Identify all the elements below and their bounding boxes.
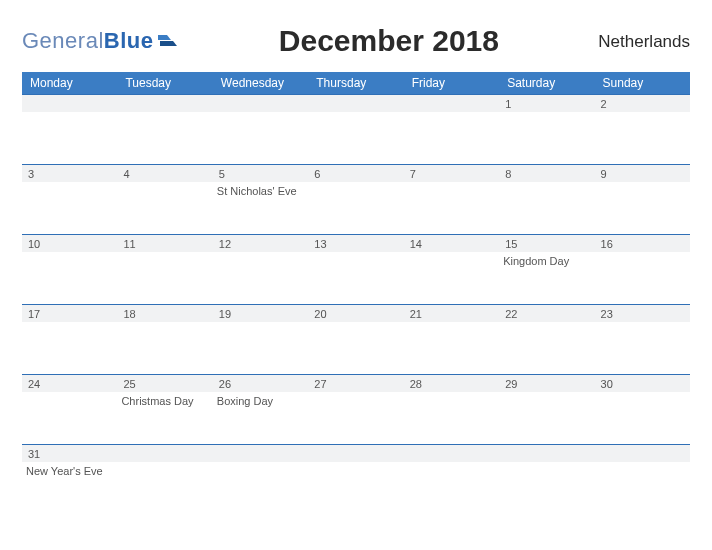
- week-events: Kingdom Day: [22, 252, 690, 304]
- day-event: [499, 112, 594, 164]
- day-event: [117, 182, 212, 234]
- day-event: [22, 182, 117, 234]
- day-number: 17: [22, 308, 117, 320]
- day-event: Kingdom Day: [499, 252, 594, 304]
- day-number: 1: [499, 98, 594, 110]
- day-event: [404, 462, 499, 496]
- day-number: 5: [213, 168, 308, 180]
- day-number: 22: [499, 308, 594, 320]
- day-number: 12: [213, 238, 308, 250]
- day-event: [404, 322, 499, 374]
- weekday-label: Wednesday: [213, 76, 308, 90]
- day-number: 25: [117, 378, 212, 390]
- day-number: 31: [22, 448, 117, 460]
- day-number: 23: [595, 308, 690, 320]
- week-events: [22, 112, 690, 164]
- day-number: 16: [595, 238, 690, 250]
- brand-logo: GeneralBlue: [22, 18, 179, 54]
- day-event: [499, 392, 594, 444]
- day-event: [22, 392, 117, 444]
- day-number: 11: [117, 238, 212, 250]
- day-number: 28: [404, 378, 499, 390]
- week-events: Christmas Day Boxing Day: [22, 392, 690, 444]
- day-event: Christmas Day: [117, 392, 212, 444]
- weekday-label: Tuesday: [117, 76, 212, 90]
- day-event: [499, 462, 594, 496]
- day-event: [595, 392, 690, 444]
- country-label: Netherlands: [598, 18, 690, 52]
- day-number: 6: [308, 168, 403, 180]
- day-number: 8: [499, 168, 594, 180]
- day-event: [22, 322, 117, 374]
- day-number: 2: [595, 98, 690, 110]
- day-event: [595, 462, 690, 496]
- day-number: 18: [117, 308, 212, 320]
- day-event: [308, 392, 403, 444]
- week-daynums: 31: [22, 444, 690, 462]
- weekday-label: Saturday: [499, 76, 594, 90]
- day-event: [308, 322, 403, 374]
- day-event: [117, 462, 212, 496]
- day-event: [499, 322, 594, 374]
- day-number: 13: [308, 238, 403, 250]
- day-event: [595, 322, 690, 374]
- day-number: 7: [404, 168, 499, 180]
- week-events: St Nicholas' Eve: [22, 182, 690, 234]
- day-number: 10: [22, 238, 117, 250]
- day-event: [595, 182, 690, 234]
- day-number: 3: [22, 168, 117, 180]
- day-event: [308, 252, 403, 304]
- day-event: New Year's Eve: [22, 462, 117, 496]
- brand-part2: Blue: [104, 28, 154, 53]
- week-events: [22, 322, 690, 374]
- day-event: [499, 182, 594, 234]
- day-event: [117, 252, 212, 304]
- day-number: 21: [404, 308, 499, 320]
- day-event: St Nicholas' Eve: [213, 182, 308, 234]
- week-daynums: 10 11 12 13 14 15 16: [22, 234, 690, 252]
- weekday-label: Thursday: [308, 76, 403, 90]
- day-event: [213, 462, 308, 496]
- day-number: 4: [117, 168, 212, 180]
- week-daynums: 3 4 5 6 7 8 9: [22, 164, 690, 182]
- day-event: [308, 462, 403, 496]
- week-events: New Year's Eve: [22, 462, 690, 496]
- day-event: Boxing Day: [213, 392, 308, 444]
- month-title: December 2018: [179, 18, 598, 58]
- weekday-header: Monday Tuesday Wednesday Thursday Friday…: [22, 72, 690, 94]
- day-event: [404, 392, 499, 444]
- weekday-label: Friday: [404, 76, 499, 90]
- day-event: [22, 252, 117, 304]
- day-event: [595, 112, 690, 164]
- day-number: 26: [213, 378, 308, 390]
- week-daynums: 1 2: [22, 94, 690, 112]
- week-daynums: 17 18 19 20 21 22 23: [22, 304, 690, 322]
- day-event: [213, 112, 308, 164]
- day-number: 14: [404, 238, 499, 250]
- day-event: [117, 112, 212, 164]
- day-event: [404, 182, 499, 234]
- day-event: [213, 322, 308, 374]
- weekday-label: Sunday: [595, 76, 690, 90]
- day-event: [595, 252, 690, 304]
- header: GeneralBlue December 2018 Netherlands: [22, 18, 690, 58]
- calendar-grid: 1 2 3 4 5 6 7 8 9 St Nicholas' Eve 10 11…: [22, 94, 690, 496]
- day-event: [308, 112, 403, 164]
- day-number: 15: [499, 238, 594, 250]
- day-event: [404, 112, 499, 164]
- day-number: 27: [308, 378, 403, 390]
- wave-icon: [157, 30, 179, 52]
- day-number: 19: [213, 308, 308, 320]
- week-daynums: 24 25 26 27 28 29 30: [22, 374, 690, 392]
- brand-part1: General: [22, 28, 104, 53]
- day-event: [22, 112, 117, 164]
- day-number: 20: [308, 308, 403, 320]
- day-event: [213, 252, 308, 304]
- day-number: 9: [595, 168, 690, 180]
- weekday-label: Monday: [22, 76, 117, 90]
- day-number: 30: [595, 378, 690, 390]
- day-event: [308, 182, 403, 234]
- day-number: 24: [22, 378, 117, 390]
- day-number: 29: [499, 378, 594, 390]
- day-event: [404, 252, 499, 304]
